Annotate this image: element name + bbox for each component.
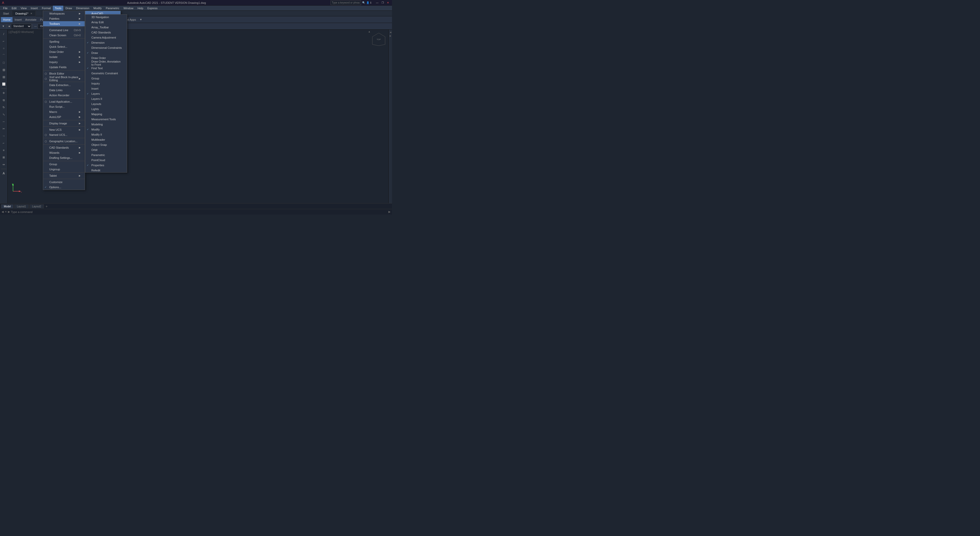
tb-inquiry[interactable]: Inquiry	[85, 81, 127, 86]
tb-parametric[interactable]: Parametric	[85, 152, 127, 158]
tools-runscript[interactable]: Run Script...	[43, 104, 85, 109]
tools-loadapp[interactable]: ⬡ Load Application...	[43, 99, 85, 104]
tools-datalinks[interactable]: Data Links ▶	[43, 88, 85, 93]
draw-rectangle[interactable]: □	[0, 59, 7, 66]
tools-palettes[interactable]: Palettes ▶	[43, 16, 85, 21]
tools-tablet[interactable]: Tablet ▶	[43, 173, 85, 178]
modify-offset[interactable]: ≡	[0, 147, 7, 153]
tools-dataextraction[interactable]: Data Extraction...	[43, 83, 85, 88]
tools-geolocation[interactable]: ⬡ Geographic Location...	[43, 139, 85, 144]
tb-modify[interactable]: ✓ Modify	[85, 127, 127, 132]
tab-drawing1[interactable]: Drawing1* ✕	[12, 11, 36, 16]
tools-isolate[interactable]: Isolate ▶	[43, 54, 85, 59]
modify-move[interactable]: ✛	[0, 89, 7, 96]
modify-fillet[interactable]: ⌐	[0, 140, 7, 146]
model-btn[interactable]: ▼	[1, 24, 6, 29]
tb-layouts[interactable]: Layouts	[85, 101, 127, 107]
command-input[interactable]	[11, 211, 387, 214]
tb-modeling[interactable]: Modeling	[85, 122, 127, 127]
ribbon-insert[interactable]: Insert	[13, 17, 23, 22]
tb-multileader[interactable]: Multileader	[85, 137, 127, 142]
tab-close-icon[interactable]: ✕	[30, 12, 32, 15]
tools-cadstandards[interactable]: CAD Standards ▶	[43, 145, 85, 150]
tb-modifyii[interactable]: Modify II	[85, 132, 127, 137]
tb-dimension[interactable]: ✓ Dimension	[85, 40, 127, 45]
draw-polyline[interactable]: ⌐	[0, 38, 7, 45]
tb-objectsnap[interactable]: Object Snap	[85, 142, 127, 147]
tools-group[interactable]: Group	[43, 162, 85, 167]
draw-circle[interactable]: ○	[0, 45, 7, 52]
menu-draw[interactable]: Draw	[63, 6, 74, 11]
tb-draworderannotation[interactable]: Draw Order, Annotation to Front	[85, 61, 127, 65]
tb-properties[interactable]: ✓ Properties	[85, 163, 127, 168]
modify-copy[interactable]: ⧉	[0, 97, 7, 104]
tb-findtext[interactable]: ✓ Find Text	[85, 65, 127, 71]
modify-array[interactable]: ⊞	[0, 154, 7, 161]
right-btn1[interactable]: ◀	[389, 30, 392, 34]
menu-insert[interactable]: Insert	[29, 6, 40, 11]
tb-refedit[interactable]: Refedit	[85, 168, 127, 172]
layout-layout2[interactable]: Layout2	[29, 204, 44, 208]
tools-toolbars[interactable]: Toolbars ▶	[43, 21, 85, 26]
tools-spelling[interactable]: Spelling	[43, 39, 85, 44]
tools-commandline[interactable]: Command Line Ctrl+9	[43, 27, 85, 33]
viewcube[interactable]: TOP	[371, 32, 387, 47]
tools-displayimage[interactable]: Display Image ▶	[43, 121, 85, 126]
tb-layersii[interactable]: Layers II	[85, 96, 127, 101]
tools-draftingsettings[interactable]: Drafting Settings...	[43, 155, 85, 160]
tools-newucs[interactable]: New UCS ▶	[43, 127, 85, 132]
tb-mapping[interactable]: Mapping	[85, 112, 127, 117]
command-clear[interactable]: ✕	[5, 210, 7, 214]
draw-boundary[interactable]: ⬜	[0, 81, 7, 87]
tb-geometricconstraint[interactable]: Geometric Constraint	[85, 71, 127, 76]
ribbon-extra[interactable]: ▼	[138, 17, 144, 22]
draw-hatch[interactable]: ▨	[0, 66, 7, 73]
menu-tools[interactable]: Tools	[53, 6, 64, 11]
tb-arrayedit[interactable]: Array Edit	[85, 20, 127, 25]
ribbon-home[interactable]: Home	[1, 17, 13, 22]
info-icon[interactable]: ℹ	[370, 1, 371, 4]
draw-arc[interactable]: ⌒	[0, 52, 7, 59]
tools-xref[interactable]: ⬡ Xref and Block In-place Editing ▶	[43, 76, 85, 81]
layout-layout1[interactable]: Layout1	[14, 204, 29, 208]
tools-autolisp[interactable]: AutoLISP ▶	[43, 115, 85, 120]
search-icon[interactable]: 🔍	[362, 1, 365, 4]
modify-stretch[interactable]: ↔	[0, 118, 7, 125]
tb-cameraadjustment[interactable]: Camera Adjustment	[85, 35, 127, 40]
tb-lights[interactable]: Lights	[85, 107, 127, 112]
tools-draworder[interactable]: Draw Order ▶	[43, 49, 85, 54]
right-btn2[interactable]: ▶	[389, 34, 392, 37]
tools-actionrecorder[interactable]: Action Recorder	[43, 93, 85, 98]
tools-macro[interactable]: Macro ▶	[43, 109, 85, 115]
tools-blockeditor[interactable]: ⬡ Block Editor	[43, 71, 85, 76]
restore-button[interactable]: ❐	[380, 1, 385, 4]
draw-line[interactable]: /	[0, 30, 7, 37]
tools-workspaces[interactable]: Workspaces ▶	[43, 11, 85, 16]
title-search-input[interactable]	[331, 0, 361, 5]
tb-3dnavigation[interactable]: 3D Navigation	[85, 14, 127, 20]
tb-draworder[interactable]: Draw Order	[85, 56, 127, 61]
tools-cleanscreen[interactable]: Clean Screen Ctrl+0	[43, 33, 85, 38]
menu-edit[interactable]: Edit	[10, 6, 19, 11]
tb-pointcloud[interactable]: PointCloud	[85, 158, 127, 163]
menu-format[interactable]: Format	[40, 6, 53, 11]
draw-gradient[interactable]: ▤	[0, 73, 7, 80]
tb-measurementtools[interactable]: Measurement Tools	[85, 117, 127, 122]
layer-select[interactable]: Standard	[11, 24, 32, 29]
menu-file[interactable]: File	[1, 6, 10, 11]
modify-mirror[interactable]: ⇔	[0, 161, 7, 168]
tools-ungroup[interactable]: Ungroup	[43, 167, 85, 172]
tools-wizards[interactable]: Wizards ▶	[43, 150, 85, 155]
tb-cadstandards[interactable]: CAD Standards	[85, 30, 127, 35]
tb-arraytoolbar[interactable]: Array_Toolbar	[85, 25, 127, 30]
tools-quickselect[interactable]: Quick Select...	[43, 44, 85, 49]
menu-view[interactable]: View	[19, 6, 29, 11]
menu-modify[interactable]: Modify	[91, 6, 103, 11]
layout-model[interactable]: Model	[1, 204, 14, 208]
tools-updatefields[interactable]: Update Fields	[43, 65, 85, 70]
tb-draw[interactable]: ✓ Draw	[85, 50, 127, 56]
menu-express[interactable]: Express	[145, 6, 159, 11]
ribbon-annotate[interactable]: Annotate	[24, 17, 38, 22]
command-arrow-right[interactable]: ▶	[388, 210, 390, 214]
tab-start[interactable]: Start	[0, 11, 12, 16]
